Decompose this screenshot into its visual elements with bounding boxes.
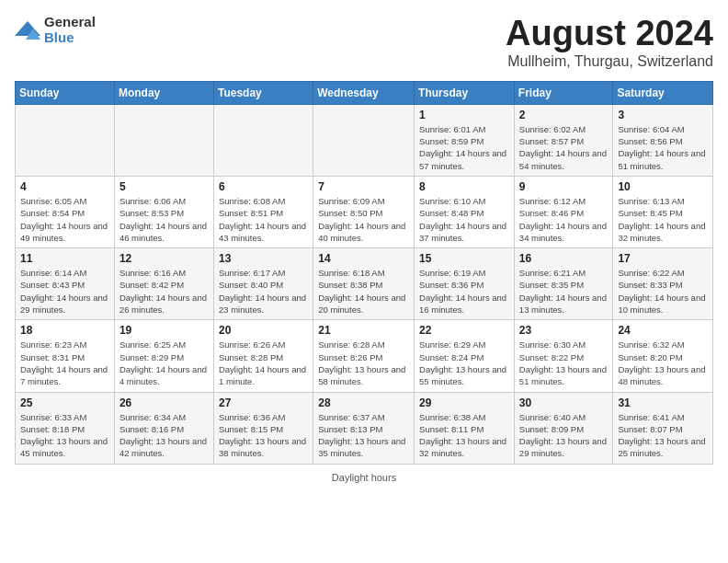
day-of-week-header: Wednesday (313, 81, 415, 104)
logo-text: General Blue (44, 15, 96, 45)
calendar-cell: 15Sunrise: 6:19 AMSunset: 8:36 PMDayligh… (415, 248, 515, 320)
day-number: 12 (119, 252, 209, 265)
day-info: Sunrise: 6:28 AMSunset: 8:26 PMDaylight:… (318, 339, 409, 387)
calendar-week-row: 18Sunrise: 6:23 AMSunset: 8:31 PMDayligh… (16, 320, 713, 392)
day-info: Sunrise: 6:32 AMSunset: 8:20 PMDaylight:… (618, 339, 708, 387)
calendar-cell: 13Sunrise: 6:17 AMSunset: 8:40 PMDayligh… (213, 248, 313, 320)
calendar-cell: 16Sunrise: 6:21 AMSunset: 8:35 PMDayligh… (514, 248, 613, 320)
footer-note: Daylight hours (15, 472, 713, 483)
calendar-week-row: 4Sunrise: 6:05 AMSunset: 8:54 PMDaylight… (16, 176, 713, 247)
day-info: Sunrise: 6:12 AMSunset: 8:46 PMDaylight:… (519, 195, 609, 244)
day-info: Sunrise: 6:40 AMSunset: 8:09 PMDaylight:… (519, 411, 609, 460)
calendar-cell: 21Sunrise: 6:28 AMSunset: 8:26 PMDayligh… (313, 320, 415, 392)
calendar-cell: 25Sunrise: 6:33 AMSunset: 8:18 PMDayligh… (16, 392, 115, 464)
day-number: 22 (419, 324, 509, 337)
day-number: 2 (519, 109, 609, 121)
location-text: Mullheim, Thurgau, Switzerland (506, 53, 713, 70)
calendar-cell: 18Sunrise: 6:23 AMSunset: 8:31 PMDayligh… (16, 320, 115, 392)
day-info: Sunrise: 6:25 AMSunset: 8:29 PMDaylight:… (119, 339, 209, 387)
day-info: Sunrise: 6:02 AMSunset: 8:57 PMDaylight:… (519, 123, 609, 172)
calendar-cell: 8Sunrise: 6:10 AMSunset: 8:48 PMDaylight… (415, 176, 515, 247)
day-info: Sunrise: 6:38 AMSunset: 8:11 PMDaylight:… (419, 411, 509, 460)
day-info: Sunrise: 6:36 AMSunset: 8:15 PMDaylight:… (219, 411, 308, 460)
day-info: Sunrise: 6:22 AMSunset: 8:33 PMDaylight:… (618, 267, 708, 316)
day-info: Sunrise: 6:13 AMSunset: 8:45 PMDaylight:… (618, 195, 708, 244)
calendar-cell: 28Sunrise: 6:37 AMSunset: 8:13 PMDayligh… (313, 392, 415, 464)
day-of-week-header: Friday (514, 81, 613, 104)
calendar-cell: 14Sunrise: 6:18 AMSunset: 8:38 PMDayligh… (313, 248, 415, 320)
month-title: August 2024 (506, 15, 713, 53)
page-header: General Blue August 2024 Mullheim, Thurg… (15, 15, 713, 70)
logo-general-text: General (44, 15, 96, 30)
day-info: Sunrise: 6:26 AMSunset: 8:28 PMDaylight:… (219, 339, 308, 387)
calendar-cell: 5Sunrise: 6:06 AMSunset: 8:53 PMDaylight… (114, 176, 213, 247)
calendar-cell: 23Sunrise: 6:30 AMSunset: 8:22 PMDayligh… (514, 320, 613, 392)
calendar-header-row: SundayMondayTuesdayWednesdayThursdayFrid… (16, 81, 713, 104)
calendar-cell: 26Sunrise: 6:34 AMSunset: 8:16 PMDayligh… (114, 392, 213, 464)
day-info: Sunrise: 6:04 AMSunset: 8:56 PMDaylight:… (618, 123, 708, 172)
calendar-cell: 22Sunrise: 6:29 AMSunset: 8:24 PMDayligh… (415, 320, 515, 392)
day-info: Sunrise: 6:19 AMSunset: 8:36 PMDaylight:… (419, 267, 509, 316)
calendar-table: SundayMondayTuesdayWednesdayThursdayFrid… (15, 81, 713, 465)
day-info: Sunrise: 6:30 AMSunset: 8:22 PMDaylight:… (519, 339, 609, 387)
day-number: 20 (219, 324, 308, 337)
day-number: 6 (219, 180, 308, 193)
logo: General Blue (15, 15, 96, 45)
day-number: 15 (419, 252, 509, 265)
day-info: Sunrise: 6:34 AMSunset: 8:16 PMDaylight:… (119, 411, 209, 460)
calendar-cell (114, 104, 213, 176)
day-info: Sunrise: 6:08 AMSunset: 8:51 PMDaylight:… (219, 195, 308, 244)
day-number: 1 (419, 109, 509, 121)
calendar-cell: 10Sunrise: 6:13 AMSunset: 8:45 PMDayligh… (613, 176, 713, 247)
day-number: 29 (419, 396, 509, 409)
calendar-week-row: 1Sunrise: 6:01 AMSunset: 8:59 PMDaylight… (16, 104, 713, 176)
day-of-week-header: Thursday (415, 81, 515, 104)
day-number: 17 (618, 252, 708, 265)
day-number: 13 (219, 252, 308, 265)
day-info: Sunrise: 6:23 AMSunset: 8:31 PMDaylight:… (20, 339, 109, 387)
svg-marker-0 (15, 21, 40, 36)
calendar-cell: 27Sunrise: 6:36 AMSunset: 8:15 PMDayligh… (213, 392, 313, 464)
day-number: 4 (20, 180, 109, 193)
day-info: Sunrise: 6:33 AMSunset: 8:18 PMDaylight:… (20, 411, 109, 460)
calendar-cell: 30Sunrise: 6:40 AMSunset: 8:09 PMDayligh… (514, 392, 613, 464)
day-info: Sunrise: 6:18 AMSunset: 8:38 PMDaylight:… (318, 267, 409, 316)
day-info: Sunrise: 6:09 AMSunset: 8:50 PMDaylight:… (318, 195, 409, 244)
calendar-cell: 17Sunrise: 6:22 AMSunset: 8:33 PMDayligh… (613, 248, 713, 320)
calendar-cell: 29Sunrise: 6:38 AMSunset: 8:11 PMDayligh… (415, 392, 515, 464)
day-number: 23 (519, 324, 609, 337)
day-number: 30 (519, 396, 609, 409)
calendar-cell: 31Sunrise: 6:41 AMSunset: 8:07 PMDayligh… (613, 392, 713, 464)
day-info: Sunrise: 6:16 AMSunset: 8:42 PMDaylight:… (119, 267, 209, 316)
calendar-cell: 19Sunrise: 6:25 AMSunset: 8:29 PMDayligh… (114, 320, 213, 392)
day-info: Sunrise: 6:37 AMSunset: 8:13 PMDaylight:… (318, 411, 409, 460)
logo-icon (15, 19, 40, 41)
logo-blue-text: Blue (44, 30, 96, 46)
calendar-week-row: 25Sunrise: 6:33 AMSunset: 8:18 PMDayligh… (16, 392, 713, 464)
day-info: Sunrise: 6:29 AMSunset: 8:24 PMDaylight:… (419, 339, 509, 387)
day-info: Sunrise: 6:06 AMSunset: 8:53 PMDaylight:… (119, 195, 209, 244)
day-of-week-header: Sunday (16, 81, 115, 104)
day-number: 8 (419, 180, 509, 193)
day-number: 10 (618, 180, 708, 193)
calendar-cell (213, 104, 313, 176)
day-info: Sunrise: 6:01 AMSunset: 8:59 PMDaylight:… (419, 123, 509, 172)
day-info: Sunrise: 6:10 AMSunset: 8:48 PMDaylight:… (419, 195, 509, 244)
day-number: 21 (318, 324, 409, 337)
calendar-cell: 3Sunrise: 6:04 AMSunset: 8:56 PMDaylight… (613, 104, 713, 176)
calendar-cell: 6Sunrise: 6:08 AMSunset: 8:51 PMDaylight… (213, 176, 313, 247)
calendar-cell (16, 104, 115, 176)
day-number: 26 (119, 396, 209, 409)
day-info: Sunrise: 6:14 AMSunset: 8:43 PMDaylight:… (20, 267, 109, 316)
day-of-week-header: Tuesday (213, 81, 313, 104)
calendar-cell: 1Sunrise: 6:01 AMSunset: 8:59 PMDaylight… (415, 104, 515, 176)
day-number: 14 (318, 252, 409, 265)
day-number: 25 (20, 396, 109, 409)
calendar-cell: 11Sunrise: 6:14 AMSunset: 8:43 PMDayligh… (16, 248, 115, 320)
day-number: 5 (119, 180, 209, 193)
day-number: 11 (20, 252, 109, 265)
day-info: Sunrise: 6:17 AMSunset: 8:40 PMDaylight:… (219, 267, 308, 316)
day-number: 24 (618, 324, 708, 337)
calendar-cell: 9Sunrise: 6:12 AMSunset: 8:46 PMDaylight… (514, 176, 613, 247)
day-number: 18 (20, 324, 109, 337)
